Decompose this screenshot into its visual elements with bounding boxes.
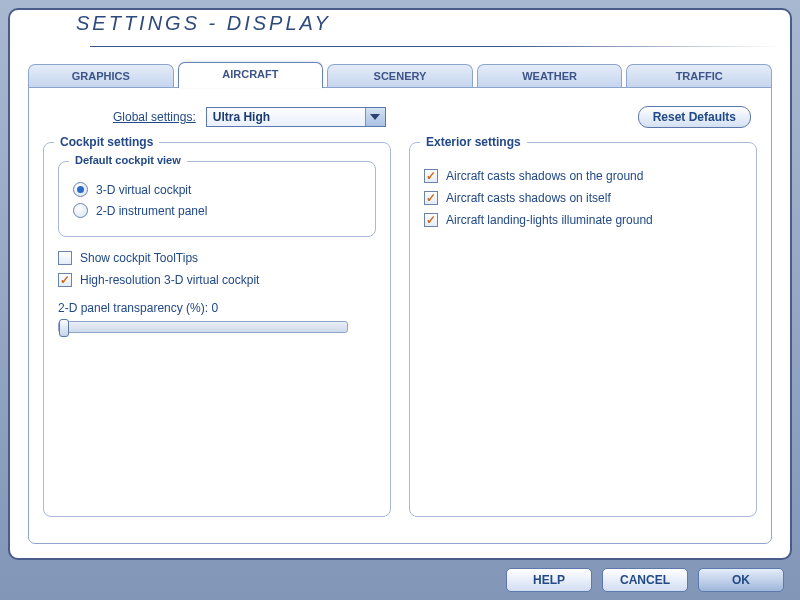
radio-icon [73, 182, 88, 197]
radio-icon [73, 203, 88, 218]
checkbox-icon [58, 273, 72, 287]
cancel-button[interactable]: CANCEL [602, 568, 688, 592]
landing-lights-label: Aircraft landing-lights illuminate groun… [446, 213, 653, 227]
checkbox-landing-lights[interactable]: Aircraft landing-lights illuminate groun… [424, 213, 742, 227]
checkbox-icon [424, 213, 438, 227]
checkbox-icon [424, 191, 438, 205]
global-settings-value: Ultra High [213, 110, 270, 124]
ok-button[interactable]: OK [698, 568, 784, 592]
slider-thumb[interactable] [59, 319, 69, 337]
tab-aircraft[interactable]: AIRCRAFT [178, 62, 324, 88]
radio-2d-label: 2-D instrument panel [96, 204, 207, 218]
slider-value: 0 [211, 301, 218, 315]
help-button[interactable]: HELP [506, 568, 592, 592]
global-settings-label: Global settings: [113, 110, 196, 124]
radio-3d-label: 3-D virtual cockpit [96, 183, 191, 197]
exterior-group-label: Exterior settings [420, 135, 527, 149]
default-cockpit-view-label: Default cockpit view [69, 154, 187, 166]
slider-label-text: 2-D panel transparency (%): [58, 301, 211, 315]
window-title: SETTINGS - DISPLAY [76, 12, 331, 34]
title-area: SETTINGS - DISPLAY [28, 8, 347, 40]
reset-defaults-button[interactable]: Reset Defaults [638, 106, 751, 128]
panel-transparency-label: 2-D panel transparency (%): 0 [58, 301, 376, 315]
tab-weather[interactable]: WEATHER [477, 64, 623, 88]
cockpit-group-label: Cockpit settings [54, 135, 159, 149]
checkbox-hires-cockpit[interactable]: High-resolution 3-D virtual cockpit [58, 273, 376, 287]
global-settings-row: Global settings: Ultra High Reset Defaul… [43, 106, 757, 128]
exterior-settings-group: Exterior settings Aircraft casts shadows… [409, 142, 757, 517]
show-tooltips-label: Show cockpit ToolTips [80, 251, 198, 265]
title-underline [90, 46, 778, 47]
settings-columns: Cockpit settings Default cockpit view 3-… [43, 142, 757, 517]
hires-label: High-resolution 3-D virtual cockpit [80, 273, 259, 287]
global-settings-select[interactable]: Ultra High [206, 107, 386, 127]
tab-bar: GRAPHICS AIRCRAFT SCENERY WEATHER TRAFFI… [28, 62, 772, 88]
radio-3d-cockpit[interactable]: 3-D virtual cockpit [73, 182, 361, 197]
tab-graphics[interactable]: GRAPHICS [28, 64, 174, 88]
tab-panel-aircraft: Global settings: Ultra High Reset Defaul… [28, 87, 772, 544]
radio-2d-panel[interactable]: 2-D instrument panel [73, 203, 361, 218]
checkbox-shadow-ground[interactable]: Aircraft casts shadows on the ground [424, 169, 742, 183]
checkbox-icon [58, 251, 72, 265]
shadow-ground-label: Aircraft casts shadows on the ground [446, 169, 643, 183]
cockpit-settings-group: Cockpit settings Default cockpit view 3-… [43, 142, 391, 517]
panel-transparency-slider[interactable] [58, 321, 348, 333]
content-area: GRAPHICS AIRCRAFT SCENERY WEATHER TRAFFI… [28, 62, 772, 544]
tab-scenery[interactable]: SCENERY [327, 64, 473, 88]
chevron-down-icon [365, 108, 385, 126]
checkbox-show-tooltips[interactable]: Show cockpit ToolTips [58, 251, 376, 265]
default-cockpit-view-group: Default cockpit view 3-D virtual cockpit… [58, 161, 376, 237]
shadow-self-label: Aircraft casts shadows on itself [446, 191, 611, 205]
settings-window: SETTINGS - DISPLAY GRAPHICS AIRCRAFT SCE… [8, 8, 792, 560]
bottom-button-bar: HELP CANCEL OK [506, 568, 784, 592]
tab-traffic[interactable]: TRAFFIC [626, 64, 772, 88]
checkbox-shadow-self[interactable]: Aircraft casts shadows on itself [424, 191, 742, 205]
checkbox-icon [424, 169, 438, 183]
